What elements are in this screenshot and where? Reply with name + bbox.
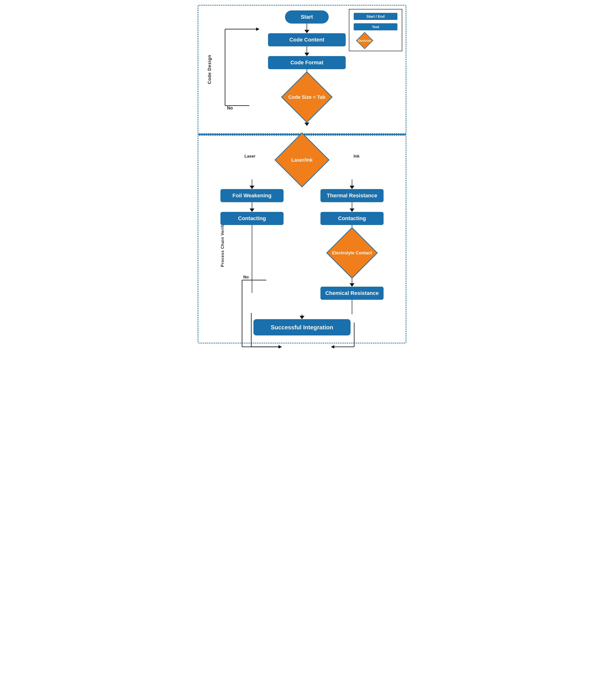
electrolyte-text: Electrolyte Contact: [331, 250, 373, 256]
contacting-left-node: Contacting: [220, 212, 284, 225]
contacting-right-node: Contacting: [320, 212, 384, 225]
arrow-thermal-to-contacting-right: [349, 202, 355, 212]
arrow-to-thermal: [349, 179, 355, 189]
svg-marker-3: [256, 27, 260, 31]
svg-marker-8: [279, 345, 282, 348]
electrolyte-contact-diamond: Electrolyte Contact: [316, 235, 388, 271]
process-chain-flow: Laser Laser/Ink Ink Foil Weakening Conta…: [203, 141, 401, 335]
successful-integration-node: Successful Integration: [253, 319, 351, 335]
arrow-to-foil: [249, 179, 255, 189]
laser-ink-row: Laser Laser/Ink Ink: [203, 141, 401, 179]
code-size-text: Code Size < Tab: [285, 94, 329, 100]
successful-integration-col: Successful Integration: [203, 314, 401, 335]
chemical-resistance-node: Chemical Resistance: [320, 286, 384, 300]
code-design-section: Code Design Start / End Test Desicion St…: [198, 5, 406, 134]
laser-ink-text: Laser/Ink: [280, 157, 324, 163]
laser-ink-diamond: Laser/Ink: [266, 141, 338, 179]
arrow-foil-to-contacting-left: [249, 202, 255, 212]
svg-text:No: No: [227, 106, 233, 110]
thermal-resistance-node: Thermal Resistance: [320, 189, 384, 202]
arrow-chemical-to-bottom-line: [352, 300, 352, 314]
svg-marker-15: [331, 345, 334, 348]
ink-label: Ink: [354, 154, 360, 159]
svg-marker-12: [279, 345, 282, 348]
laser-path-col: Foil Weakening Contacting: [203, 179, 301, 314]
foil-weakening-node: Foil Weakening: [220, 189, 284, 202]
laser-label: Laser: [244, 154, 256, 159]
process-chain-section: Process Chain Verification Laser Laser/I…: [198, 135, 406, 344]
main-container: Code Design Start / End Test Desicion St…: [198, 5, 406, 344]
arrow-left-to-bottom-line: [252, 225, 252, 293]
ink-path-col: Thermal Resistance Contacting Electrolyt…: [303, 179, 401, 314]
electrolyte-diamond-wrap: Electrolyte Contact: [316, 235, 388, 271]
arrow-to-success: [299, 314, 305, 319]
two-col-container: Foil Weakening Contacting Thermal Resist…: [203, 179, 401, 314]
legend-decision-text: Desicion: [355, 39, 375, 43]
